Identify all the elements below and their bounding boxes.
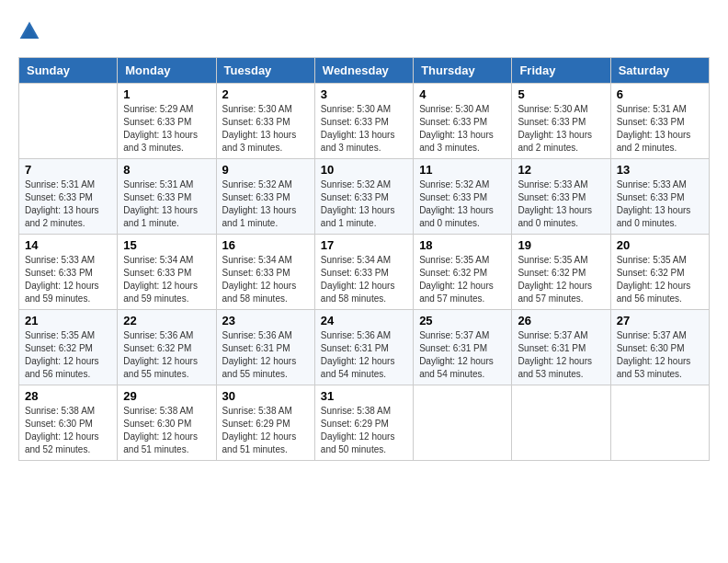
calendar-cell: 31Sunrise: 5:38 AMSunset: 6:29 PMDayligh…: [314, 385, 413, 461]
calendar-cell: 24Sunrise: 5:36 AMSunset: 6:31 PMDayligh…: [314, 310, 413, 385]
day-info: Sunrise: 5:30 AMSunset: 6:33 PMDaylight:…: [321, 103, 407, 155]
day-number: 17: [321, 238, 407, 252]
calendar-cell: 12Sunrise: 5:33 AMSunset: 6:33 PMDayligh…: [512, 159, 610, 235]
day-number: 28: [25, 389, 111, 403]
day-number: 6: [617, 87, 703, 101]
calendar-table: SundayMondayTuesdayWednesdayThursdayFrid…: [18, 57, 710, 461]
day-info: Sunrise: 5:34 AMSunset: 6:33 PMDaylight:…: [123, 254, 210, 305]
day-info: Sunrise: 5:38 AMSunset: 6:30 PMDaylight:…: [25, 405, 111, 456]
day-info: Sunrise: 5:34 AMSunset: 6:33 PMDaylight:…: [222, 254, 309, 305]
calendar-cell: 23Sunrise: 5:36 AMSunset: 6:31 PMDayligh…: [216, 310, 314, 385]
calendar-cell: 20Sunrise: 5:35 AMSunset: 6:32 PMDayligh…: [610, 235, 709, 310]
week-row-5: 28Sunrise: 5:38 AMSunset: 6:30 PMDayligh…: [19, 385, 710, 461]
calendar-cell: 14Sunrise: 5:33 AMSunset: 6:33 PMDayligh…: [19, 235, 118, 310]
day-number: 5: [518, 87, 604, 101]
calendar-cell: [512, 385, 610, 461]
day-number: 21: [25, 314, 111, 327]
day-info: Sunrise: 5:32 AMSunset: 6:33 PMDaylight:…: [321, 178, 407, 230]
column-header-sunday: Sunday: [19, 58, 118, 84]
day-number: 19: [518, 238, 604, 252]
logo-icon: [18, 20, 40, 42]
day-info: Sunrise: 5:31 AMSunset: 6:33 PMDaylight:…: [123, 178, 210, 230]
day-number: 27: [617, 314, 703, 327]
calendar-cell: 30Sunrise: 5:38 AMSunset: 6:29 PMDayligh…: [216, 385, 314, 461]
day-info: Sunrise: 5:36 AMSunset: 6:32 PMDaylight:…: [123, 329, 210, 381]
day-info: Sunrise: 5:31 AMSunset: 6:33 PMDaylight:…: [617, 103, 703, 155]
day-number: 2: [222, 87, 309, 101]
calendar-cell: 11Sunrise: 5:32 AMSunset: 6:33 PMDayligh…: [414, 159, 512, 235]
day-number: 10: [321, 163, 407, 177]
column-header-wednesday: Wednesday: [314, 58, 413, 84]
day-info: Sunrise: 5:33 AMSunset: 6:33 PMDaylight:…: [25, 254, 111, 305]
day-number: 1: [123, 87, 210, 101]
logo: [18, 18, 44, 42]
calendar-cell: [19, 84, 118, 159]
calendar-cell: 1Sunrise: 5:29 AMSunset: 6:33 PMDaylight…: [118, 84, 216, 159]
day-info: Sunrise: 5:38 AMSunset: 6:29 PMDaylight:…: [222, 405, 309, 456]
calendar-header: SundayMondayTuesdayWednesdayThursdayFrid…: [19, 58, 710, 84]
calendar-cell: 4Sunrise: 5:30 AMSunset: 6:33 PMDaylight…: [414, 84, 512, 159]
calendar-cell: 6Sunrise: 5:31 AMSunset: 6:33 PMDaylight…: [610, 84, 709, 159]
week-row-2: 7Sunrise: 5:31 AMSunset: 6:33 PMDaylight…: [19, 159, 710, 235]
day-number: 30: [222, 389, 309, 403]
day-info: Sunrise: 5:37 AMSunset: 6:31 PMDaylight:…: [419, 329, 506, 381]
calendar-cell: 29Sunrise: 5:38 AMSunset: 6:30 PMDayligh…: [118, 385, 216, 461]
calendar-cell: 19Sunrise: 5:35 AMSunset: 6:32 PMDayligh…: [512, 235, 610, 310]
page-header: [18, 18, 710, 42]
calendar-cell: 9Sunrise: 5:32 AMSunset: 6:33 PMDaylight…: [216, 159, 314, 235]
day-number: 16: [222, 238, 309, 252]
day-info: Sunrise: 5:29 AMSunset: 6:33 PMDaylight:…: [123, 103, 210, 155]
day-number: 23: [222, 314, 309, 327]
day-number: 13: [617, 163, 703, 177]
calendar-body: 1Sunrise: 5:29 AMSunset: 6:33 PMDaylight…: [19, 84, 710, 461]
day-number: 9: [222, 163, 309, 177]
header-row: SundayMondayTuesdayWednesdayThursdayFrid…: [19, 58, 710, 84]
calendar-cell: 7Sunrise: 5:31 AMSunset: 6:33 PMDaylight…: [19, 159, 118, 235]
day-info: Sunrise: 5:30 AMSunset: 6:33 PMDaylight:…: [222, 103, 309, 155]
column-header-saturday: Saturday: [610, 58, 709, 84]
day-number: 26: [518, 314, 604, 327]
week-row-1: 1Sunrise: 5:29 AMSunset: 6:33 PMDaylight…: [19, 84, 710, 159]
day-info: Sunrise: 5:36 AMSunset: 6:31 PMDaylight:…: [321, 329, 407, 381]
day-info: Sunrise: 5:35 AMSunset: 6:32 PMDaylight:…: [25, 329, 111, 381]
day-number: 29: [123, 389, 210, 403]
calendar-cell: 28Sunrise: 5:38 AMSunset: 6:30 PMDayligh…: [19, 385, 118, 461]
day-info: Sunrise: 5:32 AMSunset: 6:33 PMDaylight:…: [419, 178, 506, 230]
calendar-cell: 27Sunrise: 5:37 AMSunset: 6:30 PMDayligh…: [610, 310, 709, 385]
day-number: 24: [321, 314, 407, 327]
day-info: Sunrise: 5:37 AMSunset: 6:30 PMDaylight:…: [617, 329, 703, 381]
week-row-4: 21Sunrise: 5:35 AMSunset: 6:32 PMDayligh…: [19, 310, 710, 385]
calendar-cell: 3Sunrise: 5:30 AMSunset: 6:33 PMDaylight…: [314, 84, 413, 159]
calendar-cell: 13Sunrise: 5:33 AMSunset: 6:33 PMDayligh…: [610, 159, 709, 235]
calendar-cell: 16Sunrise: 5:34 AMSunset: 6:33 PMDayligh…: [216, 235, 314, 310]
calendar-cell: [610, 385, 709, 461]
day-info: Sunrise: 5:37 AMSunset: 6:31 PMDaylight:…: [518, 329, 604, 381]
calendar-cell: 5Sunrise: 5:30 AMSunset: 6:33 PMDaylight…: [512, 84, 610, 159]
calendar-cell: 10Sunrise: 5:32 AMSunset: 6:33 PMDayligh…: [314, 159, 413, 235]
calendar-cell: 26Sunrise: 5:37 AMSunset: 6:31 PMDayligh…: [512, 310, 610, 385]
day-info: Sunrise: 5:33 AMSunset: 6:33 PMDaylight:…: [518, 178, 604, 230]
calendar-cell: 8Sunrise: 5:31 AMSunset: 6:33 PMDaylight…: [118, 159, 216, 235]
day-number: 8: [123, 163, 210, 177]
day-info: Sunrise: 5:35 AMSunset: 6:32 PMDaylight:…: [518, 254, 604, 305]
day-number: 25: [419, 314, 506, 327]
day-info: Sunrise: 5:30 AMSunset: 6:33 PMDaylight:…: [518, 103, 604, 155]
calendar-cell: [414, 385, 512, 461]
column-header-monday: Monday: [118, 58, 216, 84]
calendar-cell: 15Sunrise: 5:34 AMSunset: 6:33 PMDayligh…: [118, 235, 216, 310]
day-number: 20: [617, 238, 703, 252]
day-number: 12: [518, 163, 604, 177]
calendar-cell: 21Sunrise: 5:35 AMSunset: 6:32 PMDayligh…: [19, 310, 118, 385]
column-header-tuesday: Tuesday: [216, 58, 314, 84]
day-number: 15: [123, 238, 210, 252]
calendar-cell: 18Sunrise: 5:35 AMSunset: 6:32 PMDayligh…: [414, 235, 512, 310]
day-info: Sunrise: 5:35 AMSunset: 6:32 PMDaylight:…: [419, 254, 506, 305]
day-info: Sunrise: 5:31 AMSunset: 6:33 PMDaylight:…: [25, 178, 111, 230]
day-info: Sunrise: 5:35 AMSunset: 6:32 PMDaylight:…: [617, 254, 703, 305]
calendar-cell: 2Sunrise: 5:30 AMSunset: 6:33 PMDaylight…: [216, 84, 314, 159]
day-number: 31: [321, 389, 407, 403]
day-number: 11: [419, 163, 506, 177]
day-info: Sunrise: 5:30 AMSunset: 6:33 PMDaylight:…: [419, 103, 506, 155]
week-row-3: 14Sunrise: 5:33 AMSunset: 6:33 PMDayligh…: [19, 235, 710, 310]
day-info: Sunrise: 5:32 AMSunset: 6:33 PMDaylight:…: [222, 178, 309, 230]
